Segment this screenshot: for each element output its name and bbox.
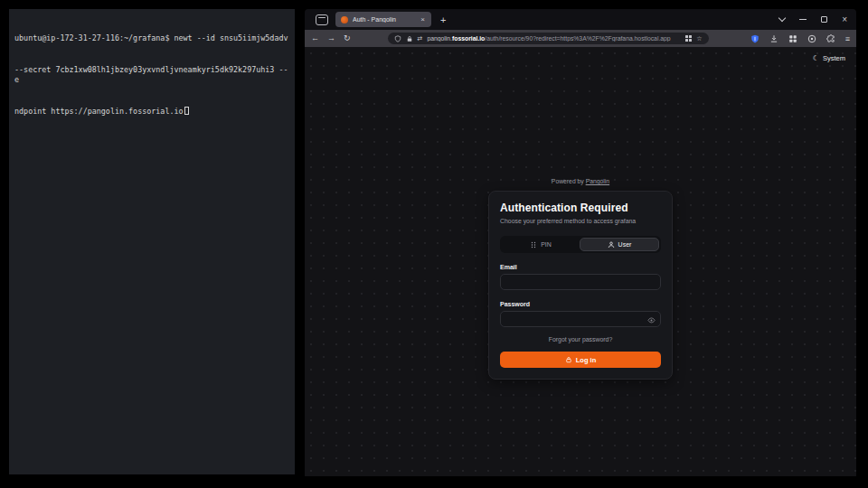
firefox-view-icon[interactable]: [316, 14, 328, 25]
window-close-button[interactable]: ×: [842, 16, 847, 23]
https-lock-icon[interactable]: [406, 35, 413, 42]
apps-grid-icon[interactable]: [788, 34, 797, 43]
terminal-cursor: [184, 107, 189, 115]
list-tabs-chevron-icon[interactable]: [778, 14, 786, 22]
minimize-button[interactable]: [799, 19, 807, 20]
container-grid-icon[interactable]: [685, 35, 692, 42]
browser-toolbar: ← → ↻ ⇄ pangolin.fossorial.io/auth/resou…: [305, 30, 856, 47]
user-icon: [608, 241, 615, 249]
pangolin-favicon-icon: [341, 16, 348, 23]
back-button[interactable]: ←: [311, 34, 319, 42]
forgot-password-link[interactable]: Forgot your password?: [500, 336, 661, 343]
toolbar-extension-icons: ≡: [750, 34, 850, 43]
pangolin-link[interactable]: Pangolin: [586, 178, 609, 184]
password-label: Password: [500, 301, 661, 307]
url-bar[interactable]: ⇄ pangolin.fossorial.io/auth/resource/90…: [388, 33, 709, 44]
url-text[interactable]: pangolin.fossorial.io/auth/resource/90?r…: [427, 35, 680, 42]
theme-label: System: [823, 54, 845, 62]
permissions-swap-icon[interactable]: ⇄: [418, 35, 423, 42]
window-controls: ×: [779, 16, 847, 23]
auth-section: Powered by Pangolin Authentication Requi…: [488, 178, 673, 380]
new-tab-button[interactable]: +: [440, 14, 446, 25]
show-password-eye-icon[interactable]: [647, 316, 656, 324]
extensions-puzzle-icon[interactable]: [826, 34, 835, 43]
powered-by: Powered by Pangolin: [552, 178, 609, 184]
downloads-icon[interactable]: [769, 34, 778, 43]
dialpad-icon: [530, 241, 537, 249]
card-title: Authentication Required: [500, 202, 661, 214]
hamburger-menu-icon[interactable]: ≡: [845, 34, 850, 43]
login-button[interactable]: Log in: [500, 352, 661, 368]
email-field[interactable]: [500, 274, 661, 290]
tab-pin[interactable]: PIN: [502, 238, 580, 251]
login-lock-icon: [565, 356, 572, 363]
tab-strip: Auth - Pangolin × + ×: [305, 9, 856, 30]
terminal-line: --secret 7cbz1xw08lh1jbzey03yxvndljvneam…: [14, 65, 289, 86]
browser-window: Auth - Pangolin × + × ← → ↻: [305, 9, 856, 476]
email-label: Email: [500, 264, 661, 270]
card-subtitle: Choose your preferred method to access g…: [500, 218, 661, 224]
terminal-line: ubuntu@ip-172-31-27-116:~/grafana$ newt …: [14, 33, 289, 44]
desktop: ubuntu@ip-172-31-27-116:~/grafana$ newt …: [0, 0, 868, 488]
tab-close-icon[interactable]: ×: [420, 15, 426, 23]
theme-toggle-button[interactable]: ☾ System: [813, 54, 845, 62]
page-content: ☾ System Powered by Pangolin Authenticat…: [305, 47, 856, 476]
password-field[interactable]: [500, 311, 661, 327]
terminal-line: ndpoint https://pangolin.fossorial.io: [14, 107, 289, 117]
terminal-window[interactable]: ubuntu@ip-172-31-27-116:~/grafana$ newt …: [9, 9, 295, 474]
forward-button[interactable]: →: [327, 34, 335, 42]
browser-tab-auth-pangolin[interactable]: Auth - Pangolin ×: [335, 12, 431, 27]
auth-method-toggle: PIN User: [500, 236, 661, 253]
reload-button[interactable]: ↻: [344, 34, 351, 42]
tab-title: Auth - Pangolin: [353, 16, 415, 23]
account-circle-icon[interactable]: [807, 34, 816, 43]
bookmark-star-icon[interactable]: ☆: [696, 35, 702, 42]
moon-icon: ☾: [813, 54, 819, 62]
maximize-button[interactable]: [821, 16, 827, 23]
tracking-protection-shield-icon[interactable]: [394, 35, 401, 42]
auth-card: Authentication Required Choose your pref…: [488, 191, 673, 380]
tab-user[interactable]: User: [580, 238, 659, 251]
password-manager-extension-icon[interactable]: [750, 34, 760, 43]
